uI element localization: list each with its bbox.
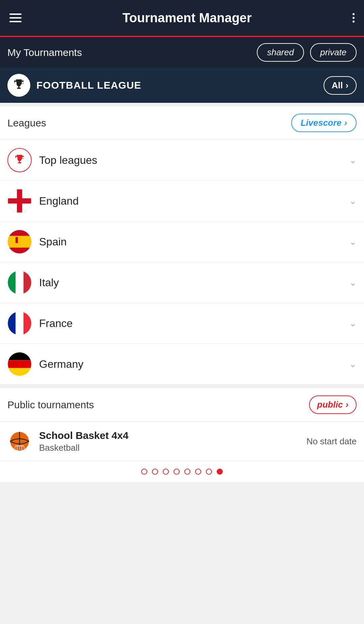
dot-1[interactable]: [141, 469, 147, 475]
france-chevron: ⌄: [349, 318, 357, 329]
italy-flag: [7, 270, 32, 295]
public-tournaments-section: Public tournaments public ›: [0, 388, 364, 482]
private-button[interactable]: private: [310, 43, 357, 62]
livescore-label: Livescore: [301, 118, 341, 128]
svg-rect-12: [16, 271, 23, 294]
svg-rect-13: [24, 271, 31, 294]
football-league-title: FOOTBALL LEAGUE: [36, 80, 317, 91]
trophy-icon: [12, 78, 26, 92]
svg-rect-19: [8, 352, 31, 360]
france-name: France: [39, 317, 342, 330]
all-label: All: [332, 80, 343, 91]
public-button[interactable]: public ›: [309, 395, 357, 414]
svg-rect-9: [18, 237, 20, 243]
svg-rect-2: [17, 189, 22, 213]
france-flag: [7, 311, 32, 335]
league-item-france[interactable]: France ⌄: [0, 303, 364, 344]
svg-rect-17: [24, 311, 31, 335]
tournament-sport: Basketball: [39, 443, 299, 453]
england-chevron: ⌄: [349, 196, 357, 206]
my-tournaments-label: My Tournaments: [7, 47, 251, 58]
dot-2[interactable]: [152, 469, 158, 475]
app-header: Tournament Manager: [0, 0, 364, 37]
svg-rect-24: [15, 445, 24, 446]
pagination-dots: [0, 461, 364, 482]
dot-5[interactable]: [184, 469, 190, 475]
svg-rect-15: [8, 311, 16, 335]
public-label-text: public: [317, 399, 343, 410]
top-leagues-icon: [7, 148, 32, 172]
livescore-button[interactable]: Livescore ›: [291, 114, 357, 132]
england-flag: [7, 189, 32, 213]
basketball-icon: [7, 429, 32, 453]
hamburger-icon[interactable]: [9, 13, 22, 22]
italy-chevron: ⌄: [349, 277, 357, 288]
tournament-info: School Basket 4x4 Basketball: [39, 430, 299, 453]
dot-7[interactable]: [206, 469, 212, 475]
public-chevron: ›: [345, 399, 348, 410]
my-tournaments-bar: My Tournaments shared private: [0, 37, 364, 68]
dot-8[interactable]: [217, 469, 223, 475]
trophy-icon-circle: [7, 74, 30, 97]
livescore-chevron: ›: [344, 118, 347, 128]
league-item-italy[interactable]: Italy ⌄: [0, 262, 364, 303]
tournament-item[interactable]: School Basket 4x4 Basketball No start da…: [0, 422, 364, 461]
germany-flag: [7, 352, 32, 376]
league-item-germany[interactable]: Germany ⌄: [0, 344, 364, 385]
svg-rect-8: [16, 237, 18, 243]
public-tournaments-label: Public tournaments: [7, 399, 94, 411]
england-name: England: [39, 195, 342, 207]
svg-rect-21: [8, 368, 31, 376]
dot-6[interactable]: [195, 469, 201, 475]
leagues-label: Leagues: [7, 117, 46, 129]
germany-chevron: ⌄: [349, 359, 357, 369]
more-options-icon[interactable]: [353, 13, 355, 23]
league-item-top-leagues[interactable]: Top leagues ⌄: [0, 140, 364, 181]
dot-4[interactable]: [174, 469, 180, 475]
dot-3[interactable]: [163, 469, 169, 475]
tournament-name: School Basket 4x4: [39, 430, 299, 441]
leagues-section: Leagues Livescore › Top leagues ⌄ Englan…: [0, 106, 364, 385]
tournament-date: No start date: [306, 436, 357, 447]
germany-name: Germany: [39, 358, 342, 370]
italy-name: Italy: [39, 276, 342, 289]
trophy-red-icon: [13, 154, 26, 167]
league-item-england[interactable]: England ⌄: [0, 181, 364, 221]
spain-chevron: ⌄: [349, 237, 357, 247]
top-leagues-name: Top leagues: [39, 154, 342, 167]
leagues-header: Leagues Livescore ›: [0, 106, 364, 140]
all-chevron: ›: [345, 80, 348, 91]
svg-rect-16: [16, 311, 23, 335]
league-item-spain[interactable]: Spain ⌄: [0, 221, 364, 262]
spain-flag: [7, 230, 32, 254]
football-league-bar: FOOTBALL LEAGUE All ›: [0, 68, 364, 103]
svg-rect-11: [8, 271, 16, 294]
svg-rect-20: [8, 360, 31, 368]
spain-name: Spain: [39, 236, 342, 248]
all-button[interactable]: All ›: [324, 76, 357, 95]
public-tournaments-header: Public tournaments public ›: [0, 388, 364, 422]
app-title: Tournament Manager: [122, 11, 252, 25]
top-leagues-chevron: ⌄: [349, 155, 357, 166]
shared-button[interactable]: shared: [257, 43, 304, 62]
